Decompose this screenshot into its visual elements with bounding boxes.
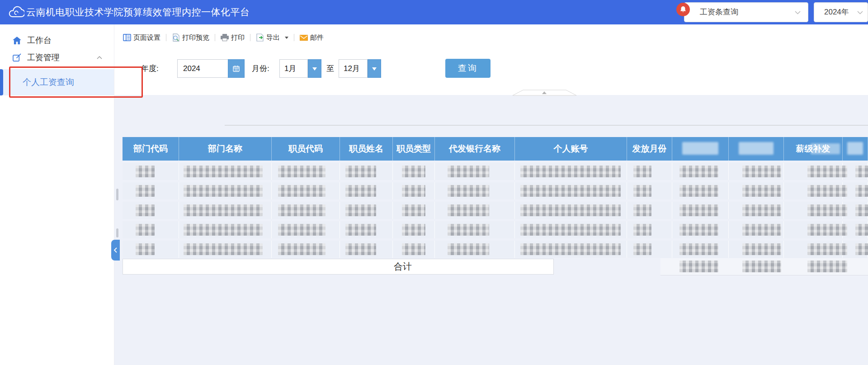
toolbar-item-label: 打印 [231, 33, 245, 42]
month-from-select[interactable]: 1月 [279, 59, 308, 78]
print-preview-icon [172, 33, 180, 42]
table-cell [179, 202, 272, 219]
table-cell [843, 221, 868, 238]
table-row [123, 202, 868, 219]
table-cell [515, 163, 627, 180]
column-header [843, 137, 868, 161]
redacted-cell-value [278, 224, 326, 236]
column-header: 职员类型 [393, 137, 435, 161]
chevron-down-icon [857, 11, 863, 14]
table-cell [627, 202, 672, 219]
table-cell [435, 182, 515, 199]
home-icon [13, 37, 21, 44]
table-cell [435, 163, 515, 180]
print-preview-button[interactable]: 打印预览 [172, 33, 209, 42]
year-select[interactable]: 2024年 [814, 2, 868, 22]
table-cell [123, 163, 179, 180]
table-cell [729, 163, 784, 180]
table-cell [784, 163, 843, 180]
query-button[interactable]: 查询 [445, 59, 491, 78]
redacted-cell-value [520, 243, 621, 255]
year-input[interactable] [177, 59, 228, 78]
month-to-dropdown-button[interactable] [368, 59, 381, 78]
page-setup-button[interactable]: 页面设置 [123, 33, 160, 42]
table-cell [435, 221, 515, 238]
month-from-dropdown-button[interactable] [308, 59, 321, 78]
table-cell [515, 241, 627, 258]
active-item-indicator [0, 69, 3, 95]
redacted-cell-value [855, 166, 868, 177]
sidebar-collapse-tab[interactable] [111, 240, 120, 261]
month-to-select[interactable]: 12月 [339, 59, 368, 78]
table-cell [784, 202, 843, 219]
redacted-cell-value [402, 243, 425, 255]
to-label: 至 [326, 59, 334, 78]
table-cell [272, 202, 340, 219]
edit-icon [13, 53, 21, 62]
print-button[interactable]: 打印 [221, 33, 245, 42]
table-cell [729, 202, 784, 219]
mail-button[interactable]: 邮件 [300, 33, 324, 42]
app-title: 云南机电职业技术学院预算绩效管理内控一体化平台 [26, 0, 250, 24]
table-cell [340, 241, 393, 258]
redacted-cell-value [448, 166, 489, 177]
sidebar-item-label: 工作台 [27, 35, 52, 46]
table-cell [179, 163, 272, 180]
printer-icon [221, 34, 229, 41]
table-cell [340, 182, 393, 199]
table-cell [393, 202, 435, 219]
month-filter-label: 月份: [252, 59, 269, 78]
table-cell [843, 163, 868, 180]
app-window: 云南机电职业技术学院预算绩效管理内控一体化平台 工资条查询 2024年 工作台 … [0, 0, 868, 365]
table-row [123, 163, 868, 180]
table-cell [123, 221, 179, 238]
table-cell [784, 182, 843, 199]
table-row [123, 221, 868, 238]
table-cell [672, 163, 729, 180]
panel-collapse-handle[interactable] [512, 90, 577, 98]
caret-down-icon [285, 37, 288, 41]
annotation-rectangle [9, 66, 143, 98]
table-cell [393, 221, 435, 238]
sidebar-item-workbench[interactable]: 工作台 [0, 32, 114, 49]
table-cell [627, 163, 672, 180]
scrollbar-thumb[interactable] [116, 189, 118, 200]
calendar-button[interactable] [228, 59, 245, 78]
table-cell [843, 241, 868, 258]
table-cell [843, 182, 868, 199]
table-cell [272, 182, 340, 199]
redacted-cell-value [633, 243, 651, 255]
table-cell [435, 202, 515, 219]
toolbar-separator [215, 34, 215, 41]
redacted-cell-value [184, 204, 263, 216]
table-cell [627, 241, 672, 258]
payslip-query-select[interactable]: 工资条查询 [684, 2, 808, 22]
toolbar-item-label: 导出 [266, 33, 280, 42]
export-button[interactable]: 导出 [256, 33, 288, 42]
redacted-cell-value [448, 243, 489, 255]
redacted-cell-value [184, 166, 263, 177]
redacted-cell-value [742, 224, 781, 236]
scrollbar-thumb[interactable] [116, 228, 118, 237]
total-label: 合计 [376, 259, 430, 275]
redacted-cell-value [448, 224, 489, 236]
table-cell [435, 241, 515, 258]
toolbar-separator [250, 34, 250, 41]
table-row [123, 182, 868, 199]
chevron-up-icon [97, 56, 102, 59]
table-cell [843, 202, 868, 219]
redacted-cell-value [136, 243, 155, 255]
sidebar-item-salary-management[interactable]: 工资管理 [0, 49, 114, 66]
table-cell [393, 182, 435, 199]
column-header: 发放月份 [627, 137, 672, 161]
redacted-cell-value [345, 166, 376, 177]
redacted-cell-value [184, 243, 263, 255]
redacted-cell-value [742, 243, 781, 255]
notification-bell-icon[interactable] [676, 3, 690, 16]
cloud-logo-icon [8, 6, 24, 20]
redacted-header-label [811, 143, 840, 154]
caret-down-icon [312, 67, 317, 73]
column-header: 职员姓名 [340, 137, 393, 161]
table-cell [729, 221, 784, 238]
table-cell [272, 163, 340, 180]
